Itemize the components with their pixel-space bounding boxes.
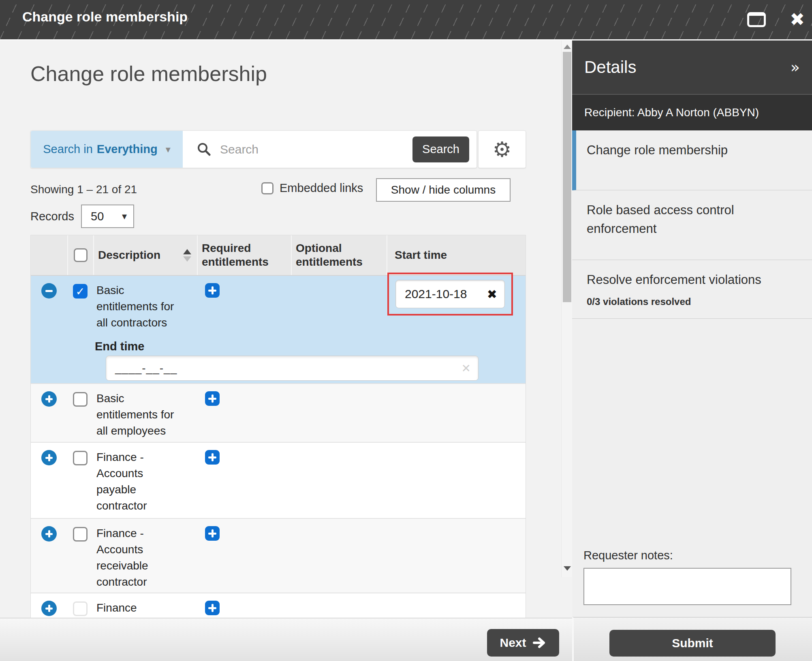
add-required-entitlement-icon[interactable] <box>205 391 220 406</box>
row-description: Finance - Accounts payable contractor <box>96 449 182 514</box>
add-required-entitlement-icon[interactable] <box>205 283 220 298</box>
description-column-header[interactable]: Description <box>93 235 197 275</box>
scroll-up-icon[interactable] <box>564 45 571 49</box>
checkbox-cell: ✓ <box>67 276 93 337</box>
search-input[interactable] <box>220 143 412 156</box>
details-title: Details <box>584 58 636 77</box>
records-label: Records <box>30 210 74 223</box>
checkbox-cell <box>67 519 93 597</box>
records-per-page-select[interactable]: 50 ▾ <box>81 205 134 228</box>
required-entitlements-cell <box>197 384 291 446</box>
details-header: Details » <box>572 41 812 94</box>
scrollbar-thumb[interactable] <box>563 52 571 302</box>
add-required-entitlement-icon[interactable] <box>205 526 220 541</box>
description-cell: Finance - Accounts payable contractor <box>93 443 197 520</box>
search-icon <box>197 142 212 157</box>
annotation-red-box: 2021-10-18 ✖ <box>387 273 513 316</box>
select-column-header <box>67 235 93 275</box>
checkbox-cell <box>67 384 93 446</box>
requester-notes-label: Requester notes: <box>583 549 673 562</box>
roles-table: Description Required entitlements Option… <box>30 235 526 633</box>
requester-notes-input[interactable] <box>583 568 791 605</box>
start-time-column-header: Start time <box>387 235 526 275</box>
description-cell: Basic entitlements for all contractors <box>93 276 197 337</box>
next-arrow-icon <box>533 637 547 648</box>
close-icon[interactable]: ✖ <box>790 9 805 30</box>
expand-row-icon[interactable] <box>41 601 57 616</box>
clear-end-time-icon[interactable]: ✕ <box>462 362 471 375</box>
row-checkbox[interactable] <box>73 392 88 407</box>
expand-row-icon[interactable] <box>41 450 57 465</box>
row-checkbox[interactable] <box>73 527 88 542</box>
clear-start-time-icon[interactable]: ✖ <box>487 287 497 301</box>
table-row[interactable]: Basic entitlements for all employees <box>31 383 526 442</box>
scope-caret-down-icon: ▾ <box>166 144 171 155</box>
main-panel: Change role membership Search in Everyth… <box>0 41 572 661</box>
collapse-panel-icon[interactable]: » <box>791 58 800 76</box>
optional-entitlements-column-header: Optional entitlements <box>291 235 387 275</box>
optional-entitlements-cell <box>291 519 387 597</box>
expand-cell <box>31 276 67 337</box>
recipient-bar: Recipient: Abby A Norton (ABBYN) <box>572 94 812 130</box>
results-count-text: Showing 1 – 21 of 21 <box>30 183 137 196</box>
row-checkbox-checked[interactable]: ✓ <box>73 284 88 299</box>
step-rbac-enforcement[interactable]: Role based access control enforcement <box>572 190 812 260</box>
add-required-entitlement-icon[interactable] <box>205 601 220 615</box>
optional-entitlements-cell <box>291 276 387 337</box>
step-label: Role based access control enforcement <box>587 203 734 236</box>
start-time-cell <box>387 384 526 446</box>
description-cell: Basic entitlements for all employees <box>93 384 197 446</box>
search-bar: Search in Everything ▾ Search <box>30 130 477 168</box>
dialog-titlebar: Change role membership ✖ <box>0 0 812 41</box>
details-footer-bar: Submit <box>572 617 812 661</box>
grid-settings-button[interactable]: ⚙ <box>478 130 526 168</box>
next-button[interactable]: Next <box>487 629 559 657</box>
next-button-label: Next <box>500 636 526 650</box>
end-time-mask: ____-__-__ <box>115 362 177 375</box>
start-time-input[interactable]: 2021-10-18 ✖ <box>395 280 505 308</box>
optional-entitlements-cell <box>291 443 387 520</box>
sort-icons[interactable] <box>183 249 191 262</box>
table-row[interactable]: Finance - Accounts payable contractor <box>31 442 526 518</box>
submit-button[interactable]: Submit <box>609 630 776 657</box>
gear-icon: ⚙ <box>493 137 512 162</box>
start-time-value: 2021-10-18 <box>405 287 467 301</box>
collapse-row-icon[interactable] <box>41 283 57 299</box>
start-time-cell: 2021-10-18 ✖ <box>387 276 526 337</box>
search-scope-dropdown[interactable]: Search in Everything ▾ <box>31 131 183 168</box>
add-required-entitlement-icon[interactable] <box>205 450 220 465</box>
search-button[interactable]: Search <box>412 136 469 162</box>
row-description: Basic entitlements for all contractors <box>96 282 182 331</box>
step-label: Resolve enforcement violations <box>587 273 761 287</box>
check-icon: ✓ <box>76 285 85 298</box>
start-time-cell <box>387 519 526 597</box>
table-header-row: Description Required entitlements Option… <box>31 235 526 276</box>
select-all-checkbox[interactable] <box>74 248 88 262</box>
workflow-steps: Change role membership Role based access… <box>572 130 812 319</box>
row-checkbox[interactable] <box>73 601 88 616</box>
sort-descending-icon <box>183 256 191 262</box>
step-change-role-membership[interactable]: Change role membership <box>572 130 812 190</box>
scroll-down-icon[interactable] <box>564 566 571 571</box>
expand-row-icon[interactable] <box>41 526 57 542</box>
optional-entitlements-cell <box>291 384 387 446</box>
show-hide-columns-button[interactable]: Show / hide columns <box>376 178 511 202</box>
vertical-scrollbar[interactable] <box>561 41 572 577</box>
search-field <box>183 142 412 157</box>
required-entitlements-cell <box>197 443 291 520</box>
expand-row-icon[interactable] <box>41 391 57 407</box>
end-time-input[interactable]: ____-__-__ ✕ <box>106 356 479 381</box>
table-row[interactable]: Finance - Accounts receivable contractor <box>31 518 526 593</box>
start-time-cell <box>387 443 526 520</box>
embedded-links-checkbox[interactable] <box>261 182 274 194</box>
search-scope-prefix: Search in <box>43 143 93 156</box>
required-entitlements-cell <box>197 519 291 597</box>
violations-status: 0/3 violations resolved <box>587 296 796 308</box>
main-footer-bar: Next <box>0 618 572 661</box>
table-row[interactable]: ✓ Basic entitlements for all contractors… <box>31 276 526 337</box>
maximize-icon[interactable] <box>747 12 766 27</box>
records-caret-down-icon: ▾ <box>122 211 127 222</box>
step-resolve-violations[interactable]: Resolve enforcement violations 0/3 viola… <box>572 260 812 319</box>
row-checkbox[interactable] <box>73 451 88 465</box>
step-label: Change role membership <box>587 143 728 157</box>
